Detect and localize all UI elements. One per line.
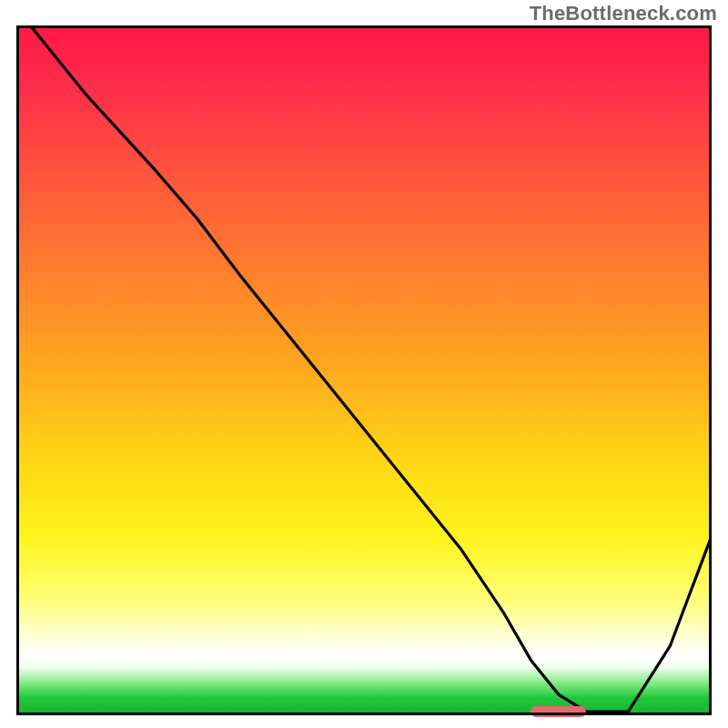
chart-frame: TheBottleneck.com: [0, 0, 728, 728]
watermark-text: TheBottleneck.com: [530, 2, 717, 25]
gradient-background: [16, 25, 712, 715]
plot-area: [16, 25, 712, 715]
